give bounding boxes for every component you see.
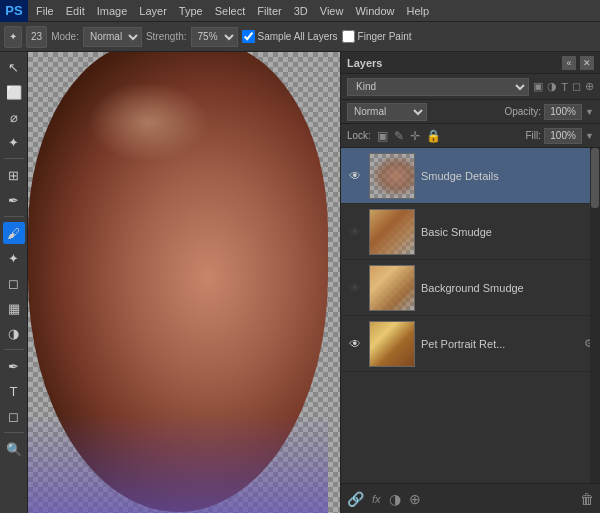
layer-name: Pet Portrait Ret... <box>421 338 578 350</box>
move-tool[interactable]: ↖ <box>3 56 25 78</box>
layer-visibility-toggle[interactable]: 👁 <box>347 336 363 352</box>
brush-tool[interactable]: 🖌 <box>3 222 25 244</box>
smudge-tool-btn[interactable]: ✦ <box>4 26 22 48</box>
pen-tool[interactable]: ✒ <box>3 355 25 377</box>
fill-input[interactable] <box>544 128 582 144</box>
opacity-input[interactable] <box>544 104 582 120</box>
shape-filter-icon[interactable]: ◻ <box>572 80 581 93</box>
eye-icon-hidden: 👁 <box>349 281 361 295</box>
layer-thumbnail <box>369 153 415 199</box>
new-layer-icon[interactable]: ⊕ <box>409 491 421 507</box>
thumb-image <box>370 322 414 366</box>
smart-filter-icon[interactable]: ⊕ <box>585 80 594 93</box>
blend-mode-select[interactable]: Normal <box>347 103 427 121</box>
layer-item[interactable]: 👁 Smudge Details <box>341 148 600 204</box>
link-icon[interactable]: 🔗 <box>347 491 364 507</box>
finger-paint-toggle[interactable]: Finger Paint <box>342 30 412 43</box>
panel-close-btn[interactable]: ✕ <box>580 56 594 70</box>
finger-paint-label: Finger Paint <box>358 31 412 42</box>
menu-filter[interactable]: Filter <box>251 3 287 19</box>
layer-visibility-toggle[interactable]: 👁 <box>347 168 363 184</box>
text-tool[interactable]: T <box>3 380 25 402</box>
opacity-dropdown-icon[interactable]: ▼ <box>585 107 594 117</box>
layer-visibility-toggle[interactable]: 👁 <box>347 280 363 296</box>
eye-icon: 👁 <box>349 337 361 351</box>
zoom-tool[interactable]: 🔍 <box>3 438 25 460</box>
lock-all-icon[interactable]: 🔒 <box>426 129 441 143</box>
eraser-tool[interactable]: ◻ <box>3 272 25 294</box>
strength-select[interactable]: 75% <box>191 27 238 47</box>
options-toolbar: ✦ 23 Mode: Normal Strength: 75% Sample A… <box>0 22 600 52</box>
colorful-bottom-overlay <box>28 413 328 513</box>
layers-lock-row: Lock: ▣ ✎ ✛ 🔒 Fill: ▼ <box>341 124 600 148</box>
brush-size-label: 23 <box>31 31 42 42</box>
lock-position-icon[interactable]: ✛ <box>410 129 420 143</box>
sample-all-layers-label: Sample All Layers <box>258 31 338 42</box>
menu-window[interactable]: Window <box>349 3 400 19</box>
sample-all-layers-toggle[interactable]: Sample All Layers <box>242 30 338 43</box>
layer-item[interactable]: 👁 Pet Portrait Ret... ⚙ <box>341 316 600 372</box>
brush-size-btn[interactable]: 23 <box>26 26 47 48</box>
menu-help[interactable]: Help <box>401 3 436 19</box>
panel-controls: « ✕ <box>562 56 594 70</box>
layers-panel: Kind ▣ ◑ T ◻ ⊕ Normal Opacity: ▼ <box>341 74 600 513</box>
layers-footer: 🔗 fx ◑ ⊕ 🗑 <box>341 483 600 513</box>
menu-layer[interactable]: Layer <box>133 3 173 19</box>
menu-view[interactable]: View <box>314 3 350 19</box>
layer-item[interactable]: 👁 Background Smudge <box>341 260 600 316</box>
canvas-area[interactable] <box>28 52 340 513</box>
panel-title: Layers <box>347 57 382 69</box>
finger-paint-checkbox[interactable] <box>342 30 355 43</box>
mode-label: Mode: <box>51 31 79 42</box>
panel-collapse-btn[interactable]: « <box>562 56 576 70</box>
scrollbar-thumb[interactable] <box>591 148 599 208</box>
canvas-background <box>28 52 340 513</box>
menu-file[interactable]: File <box>30 3 60 19</box>
fill-label: Fill: <box>526 130 542 141</box>
layer-thumbnail <box>369 209 415 255</box>
lock-image-icon[interactable]: ✎ <box>394 129 404 143</box>
layer-thumbnail <box>369 265 415 311</box>
adjustment-filter-icon[interactable]: ◑ <box>547 80 557 93</box>
text-filter-icon[interactable]: T <box>561 81 568 93</box>
eyedropper-tool[interactable]: ✒ <box>3 189 25 211</box>
selection-tool[interactable]: ⬜ <box>3 81 25 103</box>
filter-icons: ▣ ◑ T ◻ ⊕ <box>533 80 594 93</box>
clone-tool[interactable]: ✦ <box>3 247 25 269</box>
smudge-icon: ✦ <box>9 31 17 42</box>
shape-tool[interactable]: ◻ <box>3 405 25 427</box>
lasso-tool[interactable]: ⌀ <box>3 106 25 128</box>
sample-all-layers-checkbox[interactable] <box>242 30 255 43</box>
pixel-filter-icon[interactable]: ▣ <box>533 80 543 93</box>
dodge-tool[interactable]: ◑ <box>3 322 25 344</box>
mode-select[interactable]: Normal <box>83 27 142 47</box>
right-panel: Layers « ✕ Kind ▣ ◑ T ◻ ⊕ <box>340 52 600 513</box>
lock-transparent-icon[interactable]: ▣ <box>377 129 388 143</box>
thumb-image <box>370 154 414 198</box>
menu-3d[interactable]: 3D <box>288 3 314 19</box>
opacity-row: Opacity: ▼ <box>504 104 594 120</box>
scrollbar-track[interactable] <box>590 148 600 483</box>
magic-wand-tool[interactable]: ✦ <box>3 131 25 153</box>
filter-kind-select[interactable]: Kind <box>347 78 529 96</box>
layer-visibility-toggle[interactable]: 👁 <box>347 224 363 240</box>
fx-icon[interactable]: fx <box>372 493 381 505</box>
app-logo: PS <box>0 0 28 22</box>
opacity-label: Opacity: <box>504 106 541 117</box>
gradient-tool[interactable]: ▦ <box>3 297 25 319</box>
menu-image[interactable]: Image <box>91 3 134 19</box>
menu-select[interactable]: Select <box>209 3 252 19</box>
new-fill-layer-icon[interactable]: ◑ <box>389 491 401 507</box>
panel-header: Layers « ✕ <box>341 52 600 74</box>
layers-list: 👁 Smudge Details 👁 <box>341 148 600 483</box>
crop-tool[interactable]: ⊞ <box>3 164 25 186</box>
lock-label: Lock: <box>347 130 371 141</box>
delete-layer-icon[interactable]: 🗑 <box>580 491 594 507</box>
layer-item[interactable]: 👁 Basic Smudge <box>341 204 600 260</box>
menu-edit[interactable]: Edit <box>60 3 91 19</box>
eye-icon-hidden: 👁 <box>349 225 361 239</box>
fill-dropdown-icon[interactable]: ▼ <box>585 131 594 141</box>
strength-label: Strength: <box>146 31 187 42</box>
thumb-image <box>370 210 414 254</box>
menu-type[interactable]: Type <box>173 3 209 19</box>
